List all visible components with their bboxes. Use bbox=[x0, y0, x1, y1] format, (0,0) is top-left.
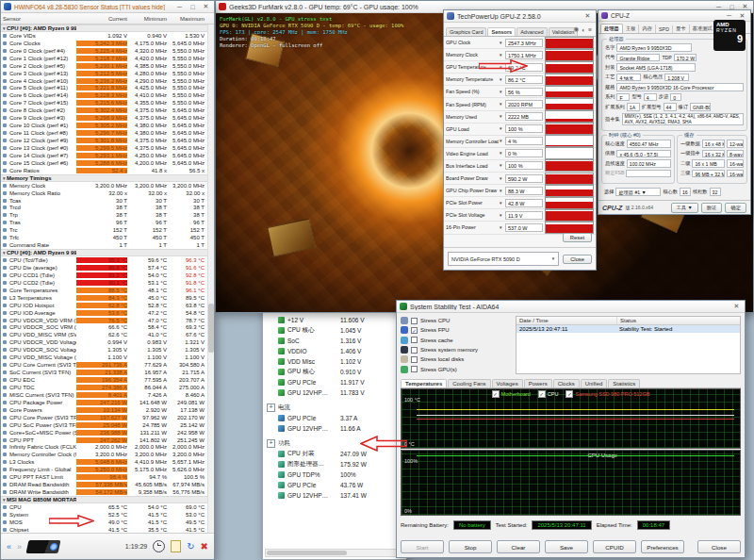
sensor-tree-row[interactable]: GPU 核心 0.910 V bbox=[266, 367, 404, 377]
sensor-row[interactable]: Memory Timings bbox=[1, 174, 208, 182]
sensor-row[interactable]: Core+SoC+MISC Power (SVI3 TFN) 236.988 W… bbox=[1, 429, 208, 436]
sensor-row[interactable]: Core Ratios 52.4 x 41.8 x 56.5 x bbox=[1, 167, 208, 174]
sensor-row[interactable]: CPU VDDCR_VDD Voltage (SVI3 TFN) 0.994 V… bbox=[1, 338, 208, 346]
chevron-down-icon[interactable]: ▼ bbox=[499, 102, 505, 107]
sensor-row[interactable]: CPU EDC 196.354 A 77.595 A 203.707 A bbox=[1, 376, 208, 384]
legend-checkbox[interactable]: ✓ bbox=[566, 390, 573, 398]
horizontal-scrollbar[interactable] bbox=[265, 549, 404, 557]
stress-checkbox[interactable] bbox=[411, 366, 418, 372]
chevron-down-icon[interactable]: ▼ bbox=[499, 213, 505, 218]
chevron-down-icon[interactable]: ▼ bbox=[499, 77, 505, 82]
gpuz-tab[interactable]: Sensors bbox=[487, 27, 516, 36]
sensor-row[interactable]: DRAM Read Bandwidth 57,338 MB/s 45,605 M… bbox=[1, 481, 208, 488]
chevron-down-icon[interactable]: ▼ bbox=[499, 139, 505, 143]
legend-checkbox[interactable]: ✓ bbox=[538, 390, 546, 398]
screenshot-icon[interactable]: ◉ bbox=[574, 25, 580, 33]
sensor-row[interactable]: Core 6 Clock (perf #14) 5,228.3 MHz 4,41… bbox=[1, 91, 208, 99]
minimize-button[interactable]: ─ bbox=[724, 12, 734, 19]
chevron-down-icon[interactable]: ▼ bbox=[499, 90, 505, 94]
chevron-down-icon[interactable]: ▼ bbox=[499, 151, 505, 156]
sensor-row[interactable]: Core 15 Clock (perf #6) 5,288.6 MHz 4,20… bbox=[1, 159, 208, 167]
sensor-row[interactable]: MOS 49.0 °C 41.5 °C 49.5 °C bbox=[1, 519, 208, 526]
sensor-row[interactable]: Core 14 Clock (perf #7) 5,293.1 MHz 4,25… bbox=[1, 152, 208, 159]
sensor-row[interactable]: CPU CCD2 (Tdie) 90.1 °C 53.1 °C 91.8 °C bbox=[1, 279, 208, 287]
log-row[interactable]: 2025/5/13 20:47:11 Stability Test: Start… bbox=[516, 325, 740, 333]
sensor-row[interactable]: CPU VDD_MISC VRM (SVI3 TFN) 62.6 °C 41.0… bbox=[1, 331, 208, 338]
aida-tab[interactable]: Voltages bbox=[492, 379, 523, 387]
sensor-row[interactable]: Core 10 Clock (perf #1) 5,305.2 MHz 4,38… bbox=[1, 122, 208, 129]
sensor-row[interactable]: MISC Current (SVI3 TFN) 8.401 A 7.426 A … bbox=[1, 391, 208, 399]
ok-button[interactable]: 确定 bbox=[725, 203, 746, 213]
sensor-row[interactable]: CPU 65.5 °C 54.0 °C 69.0 °C bbox=[1, 503, 208, 511]
chevron-down-icon[interactable]: ▼ bbox=[499, 53, 505, 58]
sensor-tree-row[interactable]: GPU 12VHP… 137.41 W bbox=[266, 490, 404, 501]
chevron-down-icon[interactable]: ▼ bbox=[499, 126, 505, 131]
sensor-row[interactable]: CPU VDDCR_SOC Voltage (SVI3 TFN) 1.305 V… bbox=[1, 346, 208, 354]
cpuz-tab[interactable]: 处理器 bbox=[600, 24, 623, 33]
sensor-row[interactable]: CPU Core Power (SVI3 TFN) 197.627 W 97.9… bbox=[1, 414, 208, 421]
gpuz-tab[interactable]: Graphics Card bbox=[446, 27, 486, 36]
sensor-row[interactable]: CPU IOD Average 53.6 °C 47.2 °C 54.8 °C bbox=[1, 309, 208, 317]
sensor-row[interactable]: Memory Clock 3,200.0 MHz 3,200.0 MHz 3,2… bbox=[1, 182, 208, 189]
sensor-row[interactable]: Core Temperatures 88.5 °C 48.1 °C 96.1 °… bbox=[1, 287, 208, 294]
sensor-row[interactable]: CPU (Tctl/Tdie) 95.3 °C 59.6 °C 96.3 °C bbox=[1, 256, 208, 264]
cpuz-tab[interactable]: 基准测试 bbox=[690, 25, 716, 33]
sensor-row[interactable]: CPU PPT 247.262 W 141.802 W 251.245 W bbox=[1, 436, 208, 444]
sensor-tree-row[interactable]: GPU PCIe 3.37 A bbox=[266, 413, 404, 423]
sensor-row[interactable]: Core 0 Clock (perf #4) 5,225.4 MHz 4,320… bbox=[1, 47, 208, 55]
sensor-row[interactable]: Core 2 Clock (perf #5) 5,230.1 MHz 4,385… bbox=[1, 62, 208, 70]
sensor-row[interactable]: System 52.5 °C 41.5 °C 53.0 °C bbox=[1, 511, 208, 519]
report-icon[interactable] bbox=[171, 540, 181, 552]
col-datetime[interactable]: Date / Time bbox=[516, 317, 617, 324]
sensor-row[interactable]: L3 Clocks 5,048.6 MHz 4,410.9 MHz 5,657.… bbox=[1, 458, 208, 466]
sensor-row[interactable]: Infinity Fabric Clock (FCLK) 2,000.0 MHz… bbox=[1, 444, 208, 452]
sensor-row[interactable]: MSI MAG B850M MORTAR WIFI (MS-7E61) (Nuv… bbox=[1, 496, 208, 503]
sensor-tree-row[interactable]: CPU 核心 1.045 V bbox=[266, 325, 404, 336]
sensor-row[interactable]: CPU Package Power 247.216 W 141.648 W 24… bbox=[1, 399, 208, 406]
sensor-row[interactable]: CPU CCD1 (Tdie) 91.2 °C 54.0 °C 92.8 °C bbox=[1, 272, 208, 279]
close-sensors-icon[interactable]: ✖ bbox=[201, 541, 208, 552]
sensor-row[interactable]: CPU IOD Hotspot 62.8 °C 52.8 °C 63.8 °C bbox=[1, 302, 208, 309]
aida-tab[interactable]: Cooling Fans bbox=[448, 379, 490, 387]
chevron-down-icon[interactable]: ▼ bbox=[499, 176, 505, 181]
sensor-row[interactable]: CPU [#0]: AMD Ryzen 9 9950X3D: Enhanced bbox=[1, 249, 208, 256]
sensor-row[interactable]: Core Powers 10.134 W 2.920 W 17.138 W bbox=[1, 406, 208, 414]
chevron-down-icon[interactable]: ▼ bbox=[499, 163, 505, 168]
sensor-row[interactable]: CPU VDD_MISC Voltage (SVI3 TFN) 1.100 V … bbox=[1, 354, 208, 361]
sensor-row[interactable]: Trc 152 T 152 T 152 T bbox=[1, 226, 208, 234]
gpuz-titlebar[interactable]: TechPowerUp GPU-Z 2.58.0 ✕ bbox=[444, 10, 596, 23]
validate-button[interactable]: 验证 bbox=[701, 203, 723, 213]
tools-button[interactable]: 工具 ▼ bbox=[671, 203, 698, 213]
cpuz-tab[interactable]: SPD bbox=[656, 25, 673, 33]
aida-button[interactable]: Start bbox=[401, 540, 444, 553]
sensor-row[interactable]: Trp 38 T 38 T 38 T bbox=[1, 211, 208, 219]
sensor-row[interactable]: Core 8 Clock (perf #2) 5,302.4 MHz 4,375… bbox=[1, 107, 208, 114]
stress-checkbox[interactable] bbox=[411, 327, 418, 334]
sensor-row[interactable]: CPU TDC 274.386 A 86.044 A 275.000 A bbox=[1, 384, 208, 391]
stress-checkbox[interactable] bbox=[411, 337, 418, 343]
sensor-row[interactable]: Core 7 Clock (perf #15) 5,215.6 MHz 4,35… bbox=[1, 99, 208, 107]
gpuz-tab[interactable]: Advanced bbox=[516, 27, 547, 36]
aida-tab[interactable]: Unified bbox=[581, 379, 608, 387]
scrollbar-thumb[interactable] bbox=[208, 304, 214, 353]
col-current[interactable]: Current bbox=[76, 16, 127, 22]
vertical-scrollbar[interactable] bbox=[207, 25, 214, 533]
close-button[interactable]: ✕ bbox=[737, 12, 747, 20]
cpuz-tab[interactable]: 主板 bbox=[623, 25, 640, 33]
chevron-down-icon[interactable]: ▼ bbox=[499, 41, 505, 45]
col-status[interactable]: Status bbox=[617, 317, 639, 324]
sensor-tree-row[interactable]: VDDIO 1.406 V bbox=[266, 346, 404, 356]
sensor-row[interactable]: Memory Controller Clock (UCLK) 3,200.0 M… bbox=[1, 451, 208, 458]
sensor-row[interactable]: Trfc 450 T 450 T 450 T bbox=[1, 234, 208, 241]
sensor-row[interactable]: Core 11 Clock (perf #8) 5,296.7 MHz 4,38… bbox=[1, 129, 208, 137]
sensor-row[interactable]: Core 13 Clock (perf #0) 5,299.5 MHz 4,37… bbox=[1, 144, 208, 152]
sensor-row[interactable]: Tras 96 T 96 T 96 T bbox=[1, 219, 208, 226]
sensor-row[interactable]: Tcas 30 T 30 T 30 T bbox=[1, 197, 208, 205]
clock-icon[interactable] bbox=[153, 540, 165, 552]
sensor-row[interactable]: CPU Core Current (SVI3 TFN) 291.736 A 77… bbox=[1, 361, 208, 369]
stress-checkbox[interactable] bbox=[411, 356, 418, 363]
aida64-titlebar[interactable]: System Stability Test - AIDA64 ✕ bbox=[397, 301, 745, 313]
sensor-row[interactable]: Core 12 Clock (perf #9) 5,301.8 MHz 4,37… bbox=[1, 137, 208, 144]
refresh-icon[interactable]: ↻ bbox=[187, 541, 194, 552]
sensor-row[interactable]: Frequency Limit - Global 5,250.0 MHz 5,1… bbox=[1, 466, 208, 473]
